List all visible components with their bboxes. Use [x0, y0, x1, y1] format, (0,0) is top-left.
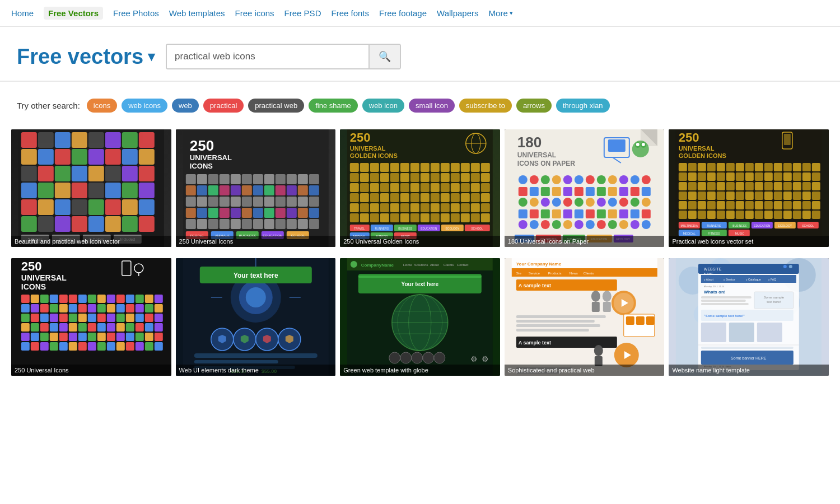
tag-icons[interactable]: icons — [87, 99, 117, 113]
svg-rect-113 — [230, 219, 240, 229]
svg-point-629 — [783, 265, 787, 268]
svg-rect-75 — [208, 185, 218, 195]
svg-rect-415 — [774, 211, 782, 219]
nav-free-fonts[interactable]: Free fonts — [331, 8, 369, 18]
svg-point-284 — [586, 198, 595, 207]
svg-rect-21 — [88, 166, 104, 181]
result-item-8[interactable]: CompanyName Home Solutions About Clients… — [340, 258, 500, 376]
svg-rect-493 — [50, 323, 58, 332]
nav-more[interactable]: More ▾ — [489, 8, 513, 18]
svg-text:Home: Home — [403, 263, 413, 267]
svg-rect-206 — [471, 203, 480, 212]
svg-point-582 — [434, 352, 445, 363]
svg-rect-344 — [812, 163, 820, 171]
svg-rect-165 — [481, 173, 490, 182]
svg-rect-186 — [410, 193, 419, 202]
svg-text:250: 250 — [21, 259, 42, 273]
svg-rect-46 — [105, 216, 121, 232]
svg-rect-416 — [783, 211, 792, 219]
svg-rect-14 — [105, 149, 121, 165]
svg-rect-20 — [72, 166, 87, 181]
svg-rect-376 — [688, 192, 697, 200]
tag-web-icon[interactable]: web icon — [362, 99, 404, 113]
svg-rect-392 — [698, 201, 706, 209]
nav-free-psd[interactable]: Free PSD — [284, 8, 321, 18]
svg-rect-96 — [309, 197, 319, 207]
svg-rect-482 — [88, 314, 96, 322]
result-item-2[interactable]: 250 UNIVERSAL ICONS — [176, 129, 336, 247]
svg-rect-451 — [78, 295, 87, 303]
result-item-6[interactable]: 250 UNIVERSAL ICONS — [11, 258, 171, 376]
svg-text:TRAVEL: TRAVEL — [354, 227, 365, 230]
svg-rect-532 — [136, 342, 144, 351]
nav-web-templates[interactable]: Web templates — [169, 8, 225, 18]
nav-free-photos[interactable]: Free Photos — [113, 8, 159, 18]
result-item-10[interactable]: WEBSITE NAME » About » Service » Catalog… — [669, 258, 829, 376]
search-button[interactable]: 🔍 — [368, 45, 400, 68]
svg-rect-168 — [370, 183, 379, 192]
svg-text:UNIVERSAL: UNIVERSAL — [679, 145, 715, 152]
tag-practical-web[interactable]: practical web — [248, 99, 304, 113]
nav-wallpapers[interactable]: Wallpapers — [437, 8, 478, 18]
svg-rect-117 — [275, 219, 285, 229]
svg-point-578 — [389, 352, 400, 363]
svg-rect-220 — [471, 213, 480, 222]
svg-point-538 — [245, 287, 265, 307]
svg-rect-210 — [370, 213, 379, 222]
search-input[interactable] — [167, 45, 368, 68]
tag-web-icons[interactable]: web icons — [122, 99, 167, 113]
svg-rect-356 — [783, 172, 792, 181]
svg-rect-350 — [726, 172, 735, 181]
svg-rect-82 — [286, 185, 296, 195]
svg-rect-42 — [38, 216, 54, 232]
svg-rect-64 — [219, 174, 229, 184]
svg-rect-268 — [541, 187, 550, 196]
svg-rect-27 — [55, 183, 71, 198]
tag-subscribe-to[interactable]: subscribe to — [459, 99, 512, 113]
results-grid-row1: 5 Colors Included 5 Colors Included Beau… — [0, 124, 840, 258]
svg-rect-507 — [40, 333, 49, 341]
svg-text:ICONS: ICONS — [21, 282, 46, 291]
svg-rect-408 — [707, 211, 716, 219]
svg-point-311 — [619, 220, 628, 229]
svg-rect-159 — [421, 173, 430, 182]
svg-rect-144 — [410, 163, 419, 172]
svg-point-279 — [530, 198, 539, 207]
svg-rect-70 — [286, 174, 296, 184]
svg-rect-385 — [774, 192, 782, 200]
svg-text:CompanyName: CompanyName — [361, 263, 394, 268]
svg-rect-616 — [626, 316, 634, 325]
svg-rect-5 — [88, 132, 104, 148]
tag-web[interactable]: web — [172, 99, 199, 113]
svg-rect-6 — [105, 132, 121, 148]
tag-through-xian[interactable]: through xian — [556, 99, 610, 113]
svg-point-306 — [563, 220, 572, 229]
tag-practical[interactable]: practical — [203, 99, 244, 113]
tag-small-icon[interactable]: small icon — [409, 99, 455, 113]
svg-rect-207 — [481, 203, 490, 212]
nav-home[interactable]: Home — [11, 8, 34, 18]
result-item-7[interactable]: Your text here $36.00 $55.00 Web — [176, 258, 336, 376]
svg-rect-365 — [726, 182, 735, 190]
result-item-5[interactable]: 250 UNIVERSAL GOLDEN ICONS — [669, 129, 829, 247]
result-item-1[interactable]: 5 Colors Included 5 Colors Included Beau… — [11, 129, 171, 247]
svg-rect-157 — [400, 173, 409, 182]
svg-rect-19 — [55, 166, 71, 181]
nav-free-icons[interactable]: Free icons — [235, 8, 274, 18]
svg-rect-383 — [755, 192, 763, 200]
title-dropdown-arrow[interactable]: ▾ — [148, 49, 155, 64]
svg-text:⚙: ⚙ — [482, 354, 489, 363]
nav-free-vectors[interactable]: Free Vectors — [44, 7, 103, 20]
svg-rect-2 — [38, 132, 54, 148]
nav-free-footage[interactable]: Free footage — [379, 8, 427, 18]
result-item-3[interactable]: 250 UNIVERSAL GOLDEN ICONS — [340, 129, 500, 247]
result-item-4[interactable]: 180 UNIVERSAL ICONS ON PAPER — [505, 129, 665, 247]
tag-fine-shame[interactable]: fine shame — [309, 99, 358, 113]
svg-rect-470 — [116, 304, 125, 312]
svg-rect-497 — [88, 323, 96, 332]
svg-rect-455 — [116, 295, 125, 303]
svg-rect-33 — [21, 199, 37, 215]
result-item-9[interactable]: Your Company Name Ste Service Products N… — [505, 258, 665, 376]
svg-rect-103 — [253, 208, 263, 218]
tag-arrows[interactable]: arrows — [516, 99, 552, 113]
